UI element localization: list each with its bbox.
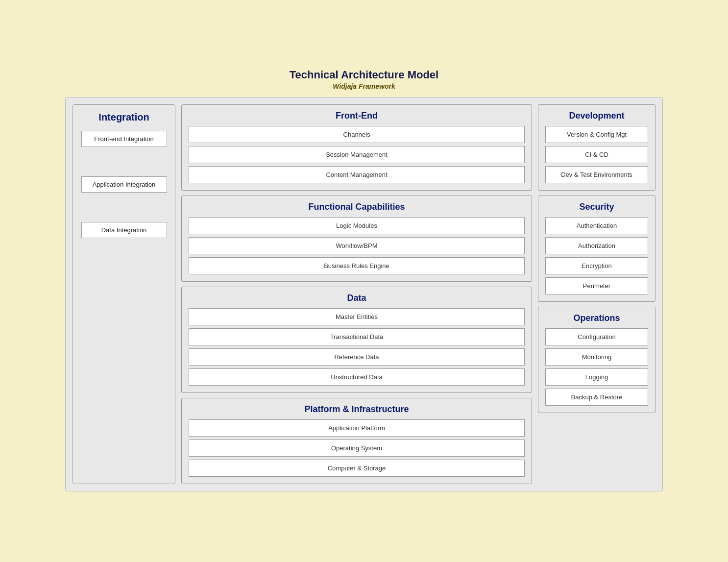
list-item: Version & Config Mgt [545,126,648,143]
list-item: Master Entities [189,308,525,325]
frontend-title: Front-End [189,111,525,121]
list-item: Dev & Test Environments [545,166,648,183]
right-panel: Development Version & Config Mgt CI & CD… [538,104,655,484]
platform-section: Platform & Infrastructure Application Pl… [181,398,532,484]
list-item: Content Management [189,166,525,183]
integration-title: Integration [98,112,149,123]
list-item: Operating System [189,440,525,457]
outer-wrapper: Technical Architecture Model Widjaja Fra… [55,61,673,501]
list-item: Authorization [545,237,648,254]
list-item: Unstructured Data [189,368,525,386]
platform-title: Platform & Infrastructure [189,404,525,415]
list-item: Monitoring [545,348,648,366]
frontend-section: Front-End Channels Session Management Co… [181,104,532,191]
operations-section: Operations Configuration Monitoring Logg… [538,307,655,413]
data-title: Data [189,293,525,303]
list-item: CI & CD [545,146,648,163]
list-item: Backup & Restore [545,389,648,406]
list-item: Configuration [545,328,648,345]
functional-title: Functional Capabilities [189,202,525,212]
page-title: Technical Architecture Model [65,69,663,81]
left-panel: Integration Front-end Integration Applic… [73,104,175,484]
list-item: Perimeter [545,277,648,294]
development-section: Development Version & Config Mgt CI & CD… [538,104,655,191]
data-section: Data Master Entities Transactional Data … [181,287,532,393]
middle-panel: Front-End Channels Session Management Co… [181,104,532,484]
security-section: Security Authentication Authorization En… [538,195,655,302]
list-item: Application Platform [189,419,525,437]
list-item: Logic Modules [189,217,525,234]
list-item: Workflow/BPM [189,237,525,254]
list-item: Reference Data [189,348,525,366]
list-item: Computer & Storage [189,460,525,477]
page-subtitle: Widjaja Framework [65,82,663,90]
list-item: Business Rules Engine [189,257,525,274]
list-item: Transactional Data [189,328,525,345]
list-item: Logging [545,368,648,386]
list-item: Encryption [545,257,648,274]
list-item: Application Integration [81,176,167,193]
list-item: Front-end Integration [81,131,167,147]
development-title: Development [545,111,648,121]
security-title: Security [545,202,648,212]
main-container: Integration Front-end Integration Applic… [65,97,663,491]
list-item: Session Management [189,146,525,163]
list-item: Data Integration [81,222,167,238]
operations-title: Operations [545,313,648,323]
list-item: Authentication [545,217,648,234]
list-item: Channels [189,126,525,143]
functional-section: Functional Capabilities Logic Modules Wo… [181,195,532,282]
